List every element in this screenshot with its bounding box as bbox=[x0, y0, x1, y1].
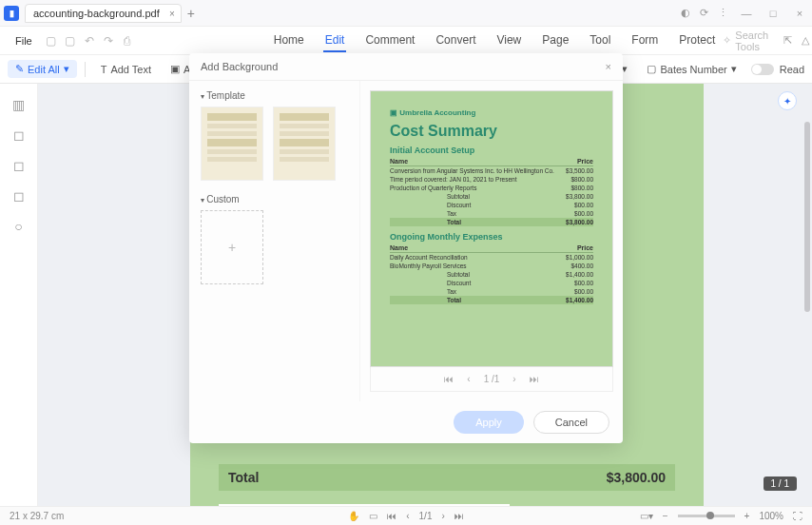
add-custom-background[interactable]: + bbox=[201, 210, 263, 284]
template-section-label[interactable]: Template bbox=[201, 90, 348, 101]
pager-next-icon[interactable]: › bbox=[512, 374, 515, 384]
background-preview: ▣ Umbrella Accounting Cost Summary Initi… bbox=[370, 90, 613, 367]
status-next-icon[interactable]: › bbox=[441, 511, 444, 521]
fit-icon[interactable]: ⛶ bbox=[793, 511, 802, 521]
apply-button[interactable]: Apply bbox=[454, 411, 524, 434]
status-first-icon[interactable]: ⏮ bbox=[387, 511, 396, 521]
hand-tool-icon[interactable]: ✋ bbox=[348, 511, 359, 521]
statusbar: 21 x 29.7 cm ✋ ▭ ⏮ ‹ 1/1 › ⏭ ▭▾ − + 100%… bbox=[0, 506, 812, 525]
undo-icon[interactable]: ↶ bbox=[84, 34, 95, 48]
folder-icon[interactable]: ▢ bbox=[65, 34, 76, 48]
new-tab-button[interactable]: + bbox=[187, 6, 195, 21]
minimize-button[interactable]: — bbox=[738, 8, 755, 19]
template-panel: Template Custom + bbox=[189, 81, 360, 401]
template-option-1[interactable] bbox=[201, 107, 263, 181]
preview-panel: ▣ Umbrella Accounting Cost Summary Initi… bbox=[360, 81, 623, 401]
status-last-icon[interactable]: ⏭ bbox=[454, 511, 464, 521]
sync-icon[interactable]: ⟳ bbox=[700, 7, 708, 19]
redo-icon[interactable]: ↷ bbox=[103, 34, 114, 48]
add-background-dialog: Add Background × Template Custom + ▣ Umb… bbox=[189, 53, 623, 443]
zoom-value[interactable]: 100% bbox=[759, 511, 783, 521]
zoom-in-icon[interactable]: + bbox=[744, 511, 750, 521]
select-tool-icon[interactable]: ▭ bbox=[369, 511, 377, 521]
template-option-2[interactable] bbox=[273, 107, 336, 181]
dialog-close-icon[interactable]: × bbox=[606, 61, 611, 72]
custom-section-label[interactable]: Custom bbox=[201, 194, 348, 204]
maximize-button[interactable]: □ bbox=[764, 8, 782, 19]
search-icon: ✧ bbox=[723, 34, 731, 47]
status-page[interactable]: 1/1 bbox=[419, 511, 433, 521]
tab-filename: accounting-background.pdf bbox=[33, 8, 160, 19]
pager-prev-icon[interactable]: ‹ bbox=[467, 374, 470, 384]
cancel-button[interactable]: Cancel bbox=[533, 411, 609, 434]
zoom-slider[interactable] bbox=[678, 515, 735, 517]
tab-close-icon[interactable]: × bbox=[169, 9, 175, 19]
print-icon[interactable]: ⎙ bbox=[122, 34, 133, 48]
more-icon[interactable]: ⋮ bbox=[718, 7, 728, 19]
preview-pager: ⏮ ‹ 1 /1 › ⏭ bbox=[370, 367, 613, 392]
pager-last-icon[interactable]: ⏭ bbox=[530, 374, 539, 384]
zoom-out-icon[interactable]: − bbox=[663, 511, 668, 521]
save-icon[interactable]: ▢ bbox=[46, 34, 57, 48]
page-dimensions: 21 x 29.7 cm bbox=[10, 511, 64, 521]
view-mode-icon[interactable]: ▭▾ bbox=[640, 511, 653, 521]
status-prev-icon[interactable]: ‹ bbox=[406, 511, 409, 521]
titlebar: ▮ accounting-background.pdf × + ◐ ⟳ ⋮ — … bbox=[0, 0, 812, 27]
cloud-icon[interactable]: ◐ bbox=[681, 7, 690, 19]
pager-first-icon[interactable]: ⏮ bbox=[444, 374, 454, 384]
dialog-title: Add Background bbox=[201, 61, 278, 72]
document-tab[interactable]: accounting-background.pdf × bbox=[25, 4, 182, 23]
modal-overlay: Add Background × Template Custom + ▣ Umb… bbox=[0, 48, 812, 525]
preview-title: Cost Summary bbox=[390, 123, 593, 140]
share-icon[interactable]: ⇱ bbox=[783, 34, 792, 47]
cloud2-icon[interactable]: △ bbox=[802, 34, 809, 47]
close-button[interactable]: × bbox=[791, 8, 808, 19]
app-icon: ▮ bbox=[4, 6, 19, 21]
file-menu[interactable]: File bbox=[8, 33, 40, 49]
